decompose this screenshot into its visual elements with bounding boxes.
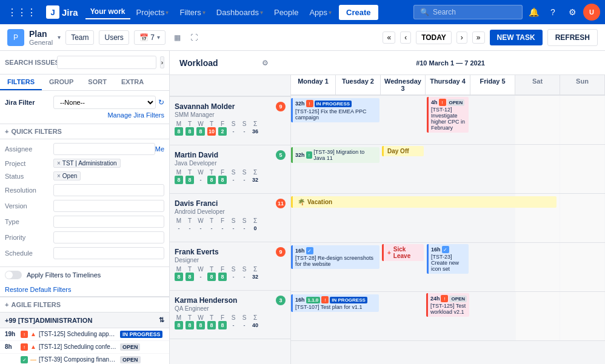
day-sum: 0 — [251, 224, 259, 233]
cal-cell — [515, 243, 560, 291]
cal-cell — [470, 243, 515, 291]
list-item[interactable]: ✓ — [TST-39] Composing financial reports… — [0, 354, 169, 364]
cal-cell — [560, 96, 605, 144]
type-input[interactable] — [53, 216, 164, 228]
nav-dashboards[interactable]: Dashboards ▾ — [212, 5, 268, 19]
collapse-button[interactable]: › — [160, 56, 164, 68]
issue-type-icon: ! — [21, 343, 28, 351]
search-bar[interactable]: 🔍 Search — [413, 5, 523, 19]
jira-logo[interactable]: J Jira — [41, 5, 83, 19]
team-dropdown[interactable]: Team — [65, 30, 94, 45]
grid-view-icon[interactable]: ▦ — [170, 31, 184, 44]
schedule-input[interactable] — [53, 247, 164, 259]
cal-cell: 24h ! OPEN [TST-125] Test workload v2.1 — [425, 292, 471, 340]
user-avatar[interactable]: U — [583, 4, 600, 21]
week-next-next[interactable]: » — [472, 31, 485, 44]
list-item[interactable]: 19h ! ▲ [TST-125] Scheduling appointment… — [0, 328, 169, 341]
search-placeholder: Search — [433, 8, 456, 16]
tab-sort[interactable]: SORT — [81, 74, 114, 90]
person-name: Savannah Molder 9 — [175, 102, 286, 111]
right-panel: Workload ⚙ #10 March 1 — 7 2021 Savannah… — [170, 51, 605, 364]
day-val: 8 — [175, 321, 183, 329]
search-issues-input[interactable] — [57, 56, 156, 69]
projects-chevron: ▾ — [165, 9, 169, 16]
fullscreen-icon[interactable]: ⛶ — [187, 31, 201, 44]
day-val: 8 — [175, 127, 183, 136]
task-hours: 24h — [430, 296, 440, 302]
manage-jira-filters-link[interactable]: Manage Jira Filters — [5, 111, 164, 119]
users-dropdown[interactable]: Users — [99, 30, 129, 45]
resolution-input[interactable] — [53, 184, 164, 196]
issues-sort-icon[interactable]: ⇅ — [159, 316, 164, 324]
agile-filters-header: + AGILE FILTERS — [0, 297, 169, 313]
jira-filter-select[interactable]: --None-- — [53, 96, 156, 109]
notifications-button[interactable]: 🔔 — [525, 4, 542, 21]
me-link[interactable]: Me — [155, 145, 164, 153]
issue-type-icon: ✓ — [21, 356, 28, 363]
task-text: [TST-125] Fix the EMEA PPC campaign — [295, 108, 377, 121]
restore-default-filters-link[interactable]: Restore Default Filters — [5, 286, 71, 293]
cal-cell: 16h ✓ [TST-23] Create new icon set — [426, 243, 470, 291]
cal-cell — [470, 145, 515, 193]
task-bar[interactable]: 16h 1.1.0 ! IN PROGRESS [TST-107] Test p… — [291, 294, 379, 312]
create-button[interactable]: Create — [339, 5, 378, 20]
list-item[interactable]: 8h ! ▲ [TST-12] Scheduling conference or… — [0, 341, 169, 354]
apply-filters-toggle[interactable] — [5, 271, 22, 279]
task-bar[interactable]: 32h ↑ [TST-39] Migration to Java 11 — [291, 147, 379, 163]
project-tag-remove[interactable]: × — [57, 160, 61, 167]
tab-group[interactable]: GROUP — [42, 74, 81, 90]
plan-chevron[interactable]: ▾ — [58, 34, 61, 41]
timeline-content: Savannah Molder 9 SMM Manager MTWTFSSΣ 8… — [170, 75, 605, 364]
task-bar[interactable]: 16h ✓ [TST-23] Create new icon set — [427, 244, 469, 274]
apps-chevron: ▾ — [329, 9, 332, 16]
task-bar[interactable]: 24h ! OPEN [TST-125] Test workload v2.1 — [426, 293, 469, 317]
status-tag-remove[interactable]: × — [57, 173, 61, 179]
top-navigation: ⋮⋮⋮ J Jira Your work Projects ▾ Filters … — [0, 0, 605, 24]
calendar-row: 16h ✓ [TST-28] Re-design screenshots for… — [291, 243, 605, 292]
priority-row: Priority — [5, 231, 164, 243]
assignee-label: Assignee — [5, 145, 53, 153]
person-role: Android Developer — [175, 208, 286, 215]
nav-filters[interactable]: Filters ▾ — [175, 5, 210, 19]
days-row: MTWTFSSΣ — [175, 266, 286, 273]
people-header-spacer — [170, 75, 290, 97]
tab-extra[interactable]: EXTRA — [114, 74, 151, 90]
nav-projects[interactable]: Projects ▾ — [132, 5, 174, 19]
task-bar[interactable]: 32h ! IN PROGRESS [TST-125] Fix the EMEA… — [291, 98, 379, 122]
assignee-input[interactable] — [53, 143, 155, 155]
new-task-button[interactable]: NEW TASK — [490, 30, 543, 45]
task-bar[interactable]: 16h ✓ [TST-28] Re-design screenshots for… — [291, 245, 379, 269]
cal-cell — [560, 243, 605, 291]
date-dropdown[interactable]: 📅 7 ▾ — [134, 30, 165, 45]
type-label: Type — [5, 218, 53, 225]
settings-button[interactable]: ⚙ — [564, 4, 581, 21]
week-next[interactable]: › — [456, 31, 467, 44]
today-button[interactable]: TODAY — [416, 31, 452, 44]
help-button[interactable]: ? — [544, 4, 561, 21]
nav-people[interactable]: People — [269, 5, 303, 19]
sick-leave-bar[interactable]: + Sick Leave — [382, 244, 424, 261]
week-prev-prev[interactable]: « — [383, 31, 395, 44]
workload-settings-icon[interactable]: ⚙ — [262, 59, 269, 67]
person-row: Karma Henderson 3 QA Engineer MTWTFSSΣ 8… — [170, 291, 290, 339]
priority-label: Priority — [5, 234, 53, 241]
week-prev[interactable]: ‹ — [400, 31, 411, 44]
grid-icon[interactable]: ⋮⋮⋮ — [5, 4, 39, 21]
cal-cell — [470, 96, 515, 144]
priority-input[interactable] — [53, 231, 164, 243]
tab-filters[interactable]: FILTERS — [0, 74, 42, 90]
version-input[interactable] — [53, 200, 164, 212]
day-values-row: 8 8 8 10 2 - - 36 — [175, 127, 286, 136]
nav-apps[interactable]: Apps ▾ — [304, 5, 336, 19]
nav-your-work[interactable]: Your work — [85, 5, 130, 19]
apply-filters-row: Apply Filters to Timelines — [0, 266, 169, 283]
refresh-button[interactable]: REFRESH — [547, 29, 598, 46]
day-val: - — [175, 224, 183, 233]
day-val: 8 — [207, 176, 216, 184]
day-off-bar[interactable]: Day Off — [382, 146, 424, 156]
task-status: IN PROGRESS — [315, 101, 352, 107]
task-icon: ! — [441, 295, 448, 302]
refresh-filter-icon[interactable]: ↻ — [158, 98, 164, 107]
vacation-bar[interactable]: 🌴 Vacation — [291, 196, 557, 208]
task-bar[interactable]: 4h ! OPEN [TST-12] Investigate higher CP… — [427, 97, 469, 133]
